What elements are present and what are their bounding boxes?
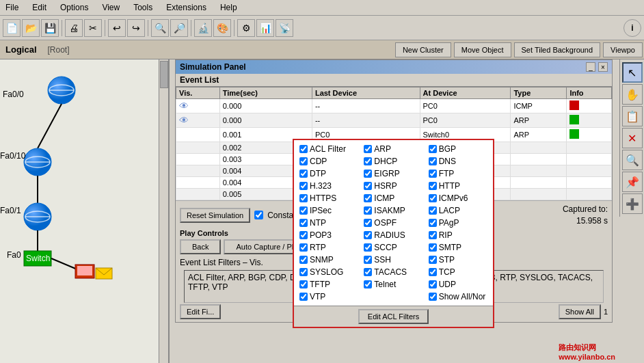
filter-checkbox[interactable] [299,206,308,215]
filter-checkbox[interactable] [299,243,308,252]
filter-item[interactable]: Show All/Nor [426,291,490,303]
filter-checkbox[interactable] [364,145,372,153]
custom3-btn[interactable]: 📡 [276,19,293,37]
info-btn[interactable]: i [623,19,641,37]
inspect-btn[interactable]: 🔬 [194,19,212,37]
eye-icon[interactable]: 👁 [179,100,189,111]
filter-checkbox[interactable] [364,157,372,165]
filter-checkbox[interactable] [429,219,437,227]
palette-btn[interactable]: 🎨 [213,19,231,37]
menu-file[interactable]: File [3,1,21,14]
filter-checkbox[interactable] [299,145,308,153]
reset-simulation-btn[interactable]: Reset Simulation [180,208,250,223]
filter-checkbox[interactable] [299,170,308,178]
custom1-btn[interactable]: ⚙ [237,19,255,37]
edit-filter-btn[interactable]: Edit Fi... [180,304,221,319]
filter-item[interactable]: SCCP [361,241,425,254]
filter-checkbox[interactable] [299,231,308,239]
filter-checkbox[interactable] [429,293,437,301]
const-checkbox[interactable] [254,211,263,219]
filter-checkbox[interactable] [299,194,308,202]
filter-checkbox[interactable] [429,194,437,202]
filter-item[interactable]: EIGRP [361,167,425,180]
filter-item[interactable]: ARP [361,143,425,155]
scroll-bar-vertical[interactable] [159,59,168,363]
filter-checkbox[interactable] [429,256,437,264]
filter-item[interactable]: HTTPS [297,192,361,204]
close-btn[interactable]: × [598,62,608,72]
undo-btn[interactable]: ↩ [108,19,126,37]
add-tool-btn[interactable]: ➕ [622,193,643,214]
menu-view[interactable]: View [99,1,122,14]
filter-checkbox[interactable] [299,280,308,288]
filter-item[interactable]: FTP [426,167,490,180]
filter-item[interactable]: ICMPv6 [426,192,490,204]
event-vis-cell[interactable] [176,189,220,200]
filter-checkbox[interactable] [364,231,372,239]
filter-item[interactable]: VTP [297,291,361,303]
filter-checkbox[interactable] [299,293,308,301]
filter-checkbox[interactable] [364,182,372,190]
filter-checkbox[interactable] [364,219,372,227]
event-vis-cell[interactable]: 👁 [176,99,220,113]
filter-item[interactable]: OSPF [361,217,425,229]
event-vis-cell[interactable]: 👁 [176,113,220,128]
filter-checkbox[interactable] [429,243,437,252]
filter-item[interactable] [361,291,425,303]
filter-checkbox[interactable] [429,145,437,153]
filter-item[interactable]: TCP [426,266,490,278]
filter-item[interactable]: STP [426,254,490,266]
filter-item[interactable]: SYSLOG [297,266,361,278]
filter-item[interactable]: DTP [297,167,361,180]
filter-checkbox[interactable] [364,243,372,252]
filter-item[interactable]: LACP [426,204,490,217]
event-vis-cell[interactable] [176,128,220,142]
filter-item[interactable]: H.323 [297,180,361,192]
filter-item[interactable]: HSRP [361,180,425,192]
filter-checkbox[interactable] [364,170,372,178]
eye-icon[interactable]: 👁 [179,115,189,126]
filter-checkbox[interactable] [364,268,372,276]
filter-item[interactable]: IPSec [297,204,361,217]
scroll-thumb[interactable] [160,61,168,88]
save-btn[interactable]: 💾 [41,19,59,37]
pin-tool-btn[interactable]: 📌 [622,172,643,192]
filter-item[interactable]: PAgP [426,217,490,229]
custom2-btn[interactable]: 📊 [256,19,274,37]
back-btn[interactable]: Back [180,239,221,254]
viewport-btn[interactable]: Viewpo [603,42,643,57]
filter-item[interactable]: TACACS [361,266,425,278]
filter-item[interactable]: RADIUS [361,229,425,241]
event-vis-cell[interactable] [176,165,220,177]
edit-acl-filters-btn[interactable]: Edit ACL Filters [358,309,429,324]
filter-item[interactable]: POP3 [297,229,361,241]
menu-tools[interactable]: Tools [131,1,155,14]
filter-checkbox[interactable] [364,256,372,264]
event-vis-cell[interactable] [176,154,220,165]
filter-checkbox[interactable] [429,182,437,190]
print-btn[interactable]: 🖨 [65,19,83,37]
filter-checkbox[interactable] [429,268,437,276]
filter-item[interactable]: NTP [297,217,361,229]
filter-checkbox[interactable] [364,194,372,202]
move-object-btn[interactable]: Move Object [454,42,511,57]
filter-item[interactable]: SMTP [426,241,490,254]
filter-checkbox[interactable] [429,280,437,288]
filter-item[interactable]: TFTP [297,278,361,291]
cut-btn[interactable]: ✂ [84,19,102,37]
filter-checkbox[interactable] [299,182,308,190]
filter-checkbox[interactable] [429,231,437,239]
menu-options[interactable]: Options [57,1,91,14]
new-cluster-btn[interactable]: New Cluster [395,42,451,57]
filter-checkbox[interactable] [429,157,437,165]
set-tiled-bg-btn[interactable]: Set Tiled Background [514,42,601,57]
filter-checkbox[interactable] [429,206,437,215]
filter-item[interactable]: CDP [297,155,361,167]
hand-tool-btn[interactable]: ✋ [622,84,643,105]
filter-item[interactable]: ISAKMP [361,204,425,217]
event-vis-cell[interactable] [176,177,220,189]
event-vis-cell[interactable] [176,142,220,154]
filter-item[interactable]: RIP [426,229,490,241]
filter-checkbox[interactable] [364,206,372,215]
minimize-btn[interactable]: _ [586,62,595,72]
